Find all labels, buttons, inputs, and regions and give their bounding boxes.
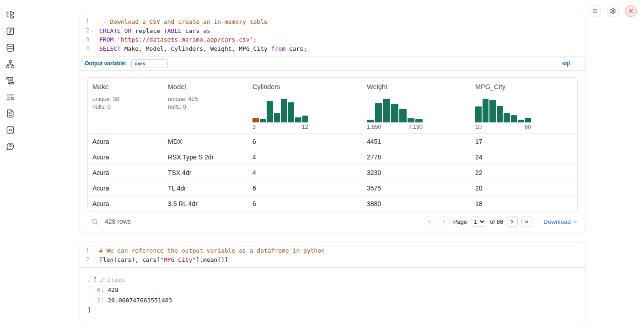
table-cell: 4451 xyxy=(362,138,471,145)
histogram-bar[interactable] xyxy=(252,118,259,122)
histogram-bar[interactable] xyxy=(475,106,482,122)
tree-collapse-chevron-icon[interactable]: ⌄ xyxy=(87,275,93,285)
histogram-bar[interactable] xyxy=(489,100,496,122)
histogram-bar[interactable] xyxy=(260,119,266,122)
column-header-cylinders[interactable]: Cylinders312 xyxy=(248,78,362,133)
page-select[interactable]: 1 xyxy=(471,217,486,227)
sidebar-item-snippets[interactable] xyxy=(4,123,16,136)
column-header-mpg_city[interactable]: MPG_City1060 xyxy=(471,78,577,133)
sql-output: Makeunique: 38nulls: 0Modelunique: 425nu… xyxy=(80,71,585,232)
histogram-bar[interactable] xyxy=(525,118,531,122)
sidebar-item-scratchpad[interactable] xyxy=(4,74,16,87)
table-cell: 18 xyxy=(471,200,577,207)
table-row[interactable]: Acura3.5 RL 4dr6388018 xyxy=(88,196,577,211)
table-cell: MDX xyxy=(163,138,248,145)
histogram-bar[interactable] xyxy=(302,116,309,122)
sidebar xyxy=(0,0,20,333)
python-output-tree: ⌄ [ 2 Items 0: 4281: 20.060747663551403 … xyxy=(80,268,585,322)
previous-page-button[interactable] xyxy=(439,216,450,227)
output-variable-input[interactable] xyxy=(131,59,168,68)
hist-max-label: 12 xyxy=(302,124,308,130)
sidebar-item-dependency-graph[interactable] xyxy=(4,58,16,70)
table-search-button[interactable] xyxy=(91,218,98,225)
histogram-bars xyxy=(252,99,308,122)
tree-close-bracket: ] xyxy=(87,306,578,315)
histogram-bar[interactable] xyxy=(408,118,415,122)
line-number: 4 xyxy=(80,44,89,53)
histogram-bar[interactable] xyxy=(391,104,398,122)
sidebar-item-datasources[interactable] xyxy=(4,41,16,54)
histogram-bar[interactable] xyxy=(288,102,295,122)
gear-icon xyxy=(610,8,616,14)
python-editor[interactable]: 1# We can reference the output variable … xyxy=(80,243,585,268)
code-line[interactable]: 2[len(cars), cars["MPG_City"].mean()] xyxy=(80,255,585,264)
table-cell: 3.5 RL 4dr xyxy=(163,200,248,207)
logs-search-icon xyxy=(6,93,15,101)
code-line[interactable]: 4SELECT Make, Model, Cylinders, Weight, … xyxy=(80,44,585,53)
notebook-menu-button[interactable] xyxy=(589,5,601,17)
line-number: 1 xyxy=(80,246,89,255)
table-row[interactable]: AcuraRSX Type S 2dr4277824 xyxy=(88,149,577,164)
column-header-weight[interactable]: Weight1,8507,190 xyxy=(362,78,471,133)
table-cell: 3575 xyxy=(362,185,471,192)
snippets-code-icon xyxy=(6,126,15,134)
code-line[interactable]: 1# We can reference the output variable … xyxy=(80,246,585,255)
table-row[interactable]: AcuraTSX 4dr4323022 xyxy=(88,164,577,180)
column-name: MPG_City xyxy=(475,83,577,90)
column-name: Weight xyxy=(367,83,471,90)
tree-entry-value: 20.060747663551403 xyxy=(104,297,172,304)
tree-entry-key: 1: xyxy=(97,297,104,304)
table-cell: TL 4dr xyxy=(163,185,248,192)
histogram-bar[interactable] xyxy=(399,109,407,122)
histogram-bar[interactable] xyxy=(483,99,489,122)
sidebar-item-functions[interactable] xyxy=(4,25,16,37)
sidebar-item-help[interactable] xyxy=(4,140,16,153)
last-page-button[interactable] xyxy=(521,216,532,227)
column-header-make[interactable]: Makeunique: 38nulls: 0 xyxy=(88,78,163,133)
sidebar-item-file-explorer[interactable] xyxy=(4,8,16,21)
next-page-button[interactable] xyxy=(507,216,518,227)
topbar xyxy=(589,5,637,17)
column-stat: unique: 38 xyxy=(92,95,163,103)
table-row[interactable]: AcuraMDX6445117 xyxy=(88,133,577,149)
histogram-bar[interactable] xyxy=(511,115,517,122)
histogram-bar[interactable] xyxy=(295,117,301,122)
histogram-bar[interactable] xyxy=(415,119,423,122)
code-line[interactable]: 2⌄CREATE OR replace TABLE cars as xyxy=(80,26,585,36)
table-row[interactable]: AcuraTL 4dr6357520 xyxy=(88,180,577,196)
chevron-down-icon xyxy=(573,219,578,224)
histogram-bar[interactable] xyxy=(497,106,503,122)
histogram-bar[interactable] xyxy=(383,99,390,122)
histogram-bar[interactable] xyxy=(518,120,524,122)
table-cell: Acura xyxy=(88,138,163,145)
fold-chevron-icon[interactable]: ⌄ xyxy=(89,26,95,36)
sidebar-item-documentation[interactable] xyxy=(4,107,16,120)
column-header-model[interactable]: Modelunique: 425nulls: 0 xyxy=(163,78,248,133)
histogram-bar[interactable] xyxy=(375,103,382,122)
table-header: Makeunique: 38nulls: 0Modelunique: 425nu… xyxy=(88,78,577,133)
chevrons-right-icon xyxy=(524,219,530,225)
function-icon xyxy=(6,27,15,36)
histogram-bar[interactable] xyxy=(281,99,287,122)
scratchpad-icon xyxy=(6,76,15,85)
tree-open-bracket: [ xyxy=(93,275,97,285)
code-line[interactable]: 1-- Download a CSV and create an in-memo… xyxy=(80,17,585,26)
histogram-bar[interactable] xyxy=(504,113,510,122)
shutdown-button[interactable] xyxy=(625,5,637,17)
pagination: Page 1 of 86 Download xyxy=(424,216,578,227)
histogram-bar[interactable] xyxy=(267,101,273,122)
download-button[interactable]: Download xyxy=(543,218,578,225)
gutter-spacer xyxy=(89,44,95,53)
histogram-bar[interactable] xyxy=(367,120,374,122)
table-cell: 24 xyxy=(471,153,577,161)
table-cell: 3880 xyxy=(362,200,471,207)
table-cell: 4 xyxy=(248,169,362,176)
sql-editor[interactable]: 1-- Download a CSV and create an in-memo… xyxy=(80,14,585,56)
settings-button[interactable] xyxy=(607,5,619,17)
sidebar-item-logs[interactable] xyxy=(4,90,16,103)
code-line[interactable]: 3FROM 'https://datasets.marimo.app/cars.… xyxy=(80,35,585,44)
histogram-bars xyxy=(475,99,531,122)
histogram-bar[interactable] xyxy=(274,113,280,122)
first-page-button[interactable] xyxy=(424,216,435,227)
histogram-axis-labels: 1060 xyxy=(475,124,531,133)
